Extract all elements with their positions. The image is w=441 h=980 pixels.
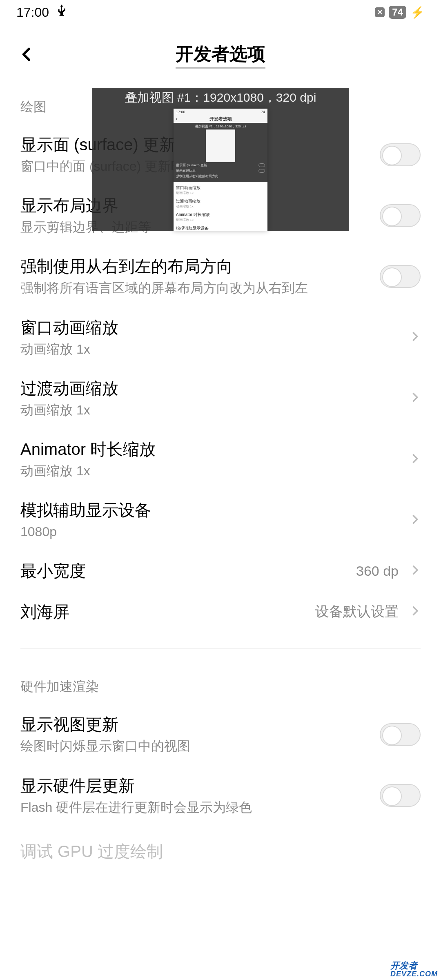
row-min-width[interactable]: 最小宽度 360 dp: [20, 550, 421, 591]
chevron-right-icon: [409, 514, 421, 527]
row-sub: 1080p: [20, 523, 405, 541]
overlay-thumbnail: 17:00 74 ‹ 开发者选项 叠加视图 #1：1920x1080，320 d…: [174, 109, 267, 231]
row-title: Animator 时长缩放: [20, 439, 405, 460]
row-title: 最小宽度: [20, 560, 356, 581]
row-sub: 强制将所有语言区域的屏幕布局方向改为从右到左: [20, 279, 380, 297]
chevron-right-icon: [409, 453, 421, 466]
row-title: 过渡动画缩放: [20, 378, 405, 399]
row-sub: 绘图时闪烁显示窗口中的视图: [20, 737, 380, 755]
overlay-title: 叠加视图 #1：1920x1080，320 dpi: [125, 89, 316, 106]
row-window-anim[interactable]: 窗口动画缩放 动画缩放 1x: [20, 307, 421, 368]
thumb-title: 开发者选项: [209, 116, 232, 121]
row-sub: 动画缩放 1x: [20, 462, 405, 480]
thumb-nested-preview: [206, 129, 235, 162]
watermark-bot: DEVZE.COM: [390, 970, 438, 978]
row-animator-dur[interactable]: Animator 时长缩放 动画缩放 1x: [20, 429, 421, 490]
row-notch[interactable]: 刘海屏 设备默认设置: [20, 591, 421, 632]
back-button[interactable]: [19, 46, 35, 64]
chevron-right-icon: [409, 605, 421, 618]
row-value: 360 dp: [356, 563, 399, 579]
watermark: 开发者 DEVZE.COM: [390, 961, 438, 978]
divider: [20, 648, 421, 649]
page-title: 开发者选项: [176, 42, 265, 69]
section-hw-render: 硬件加速渲染: [20, 678, 421, 696]
toggle-show-view-updates[interactable]: [380, 723, 421, 746]
status-time: 17:00: [16, 5, 49, 20]
row-title: 调试 GPU 过度绘制: [20, 841, 421, 862]
row-title: 显示硬件层更新: [20, 775, 380, 796]
thumb-back-icon: ‹: [176, 116, 178, 122]
row-title: 模拟辅助显示设备: [20, 499, 405, 521]
row-sub: 动画缩放 1x: [20, 341, 405, 358]
secondary-display-overlay[interactable]: 叠加视图 #1：1920x1080，320 dpi 17:00 74 ‹ 开发者…: [92, 88, 349, 231]
charging-icon: ⚡: [410, 6, 425, 19]
no-sim-icon: ✕: [375, 7, 385, 17]
row-transition-anim[interactable]: 过渡动画缩放 动画缩放 1x: [20, 368, 421, 429]
battery-badge: 74: [389, 6, 406, 19]
row-show-hw-layer[interactable]: 显示硬件层更新 Flash 硬件层在进行更新时会显示为绿色: [20, 765, 421, 826]
status-bar: 17:00 ✕ 74 ⚡: [0, 0, 441, 24]
chevron-right-icon: [409, 564, 421, 577]
thumb-batt: 74: [261, 110, 265, 114]
row-force-rtl[interactable]: 强制使用从右到左的布局方向 强制将所有语言区域的屏幕布局方向改为从右到左: [20, 246, 421, 307]
row-title: 刘海屏: [20, 601, 315, 622]
row-value: 设备默认设置: [315, 602, 399, 621]
usb-icon: [56, 4, 67, 20]
row-sub: Flash 硬件层在进行更新时会显示为绿色: [20, 799, 380, 816]
watermark-top: 开发者: [390, 961, 438, 970]
row-title: 窗口动画缩放: [20, 317, 405, 338]
chevron-right-icon: [409, 331, 421, 344]
thumb-overlay-title: 叠加视图 #1：1920x1080，320 dpi: [176, 125, 265, 129]
row-show-view-updates[interactable]: 显示视图更新 绘图时闪烁显示窗口中的视图: [20, 704, 421, 765]
chevron-right-icon: [409, 392, 421, 405]
toggle-surface-update[interactable]: [380, 143, 421, 166]
row-secondary-display[interactable]: 模拟辅助显示设备 1080p: [20, 490, 421, 550]
row-sub: 动画缩放 1x: [20, 401, 405, 419]
toggle-show-hw-layer[interactable]: [380, 784, 421, 807]
header: 开发者选项: [0, 24, 441, 86]
row-title: 强制使用从右到左的布局方向: [20, 256, 380, 277]
toggle-layout-bounds[interactable]: [380, 204, 421, 227]
thumb-time: 17:00: [176, 110, 185, 114]
row-title: 显示视图更新: [20, 714, 380, 735]
toggle-force-rtl[interactable]: [380, 265, 421, 288]
row-gpu-overdraw[interactable]: 调试 GPU 过度绘制: [20, 826, 421, 867]
